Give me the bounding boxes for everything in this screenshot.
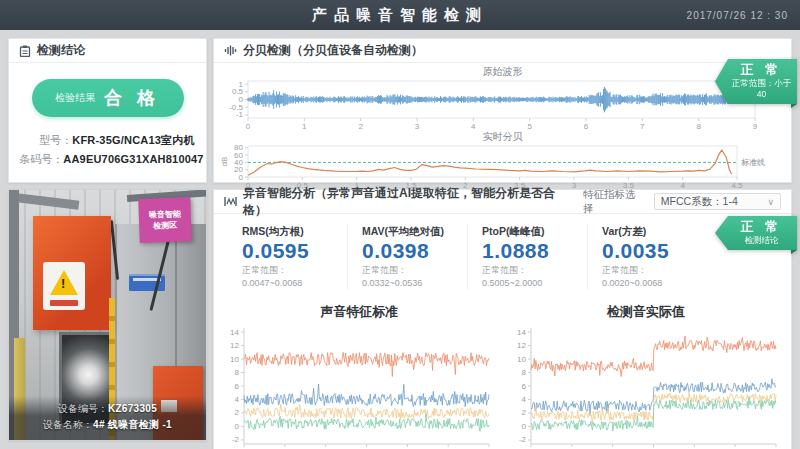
svg-text:0: 0 xyxy=(246,122,251,130)
svg-text:12: 12 xyxy=(230,341,239,350)
analysis-status-text: 正 常 xyxy=(730,219,793,235)
decibel-panel-header: 分贝检测（分贝值设备自动检测） xyxy=(214,39,791,63)
svg-text:2: 2 xyxy=(358,122,363,130)
svg-text:80: 80 xyxy=(234,143,243,152)
mfcc-select-value: MFCC系数：1-4 xyxy=(661,195,738,209)
svg-text:-2: -2 xyxy=(518,435,526,444)
svg-text:14: 14 xyxy=(517,328,526,337)
result-label: 检验结果 xyxy=(55,91,95,105)
svg-text:1: 1 xyxy=(302,122,307,130)
main-content: 检测结论 检验结果 合 格 型号： KFR-35G/NCA13室内机 条码号： … xyxy=(0,30,800,449)
model-field: 型号： KFR-35G/NCA13室内机 xyxy=(9,131,206,150)
machine-photo-panel: 噪音智能 检测区 设备编号：KZ673305 设备名称：4# 线噪音检测 -1 xyxy=(8,189,207,441)
standard-chart: 050100150200250300-202468101214 xyxy=(218,322,499,449)
standard-chart-box: 声音特征标准 050100150200250300-202468101214 xyxy=(218,300,501,449)
sound-analysis-icon xyxy=(224,196,237,207)
decibel-status-badge: 正 常 正常范围：小于40 xyxy=(715,59,797,104)
rms-value: 0.0595 xyxy=(242,238,347,264)
device-info-overlay: 设备编号：KZ673305 设备名称：4# 线噪音检测 -1 xyxy=(9,396,206,440)
var-value: 0.0035 xyxy=(602,238,707,264)
analysis-status-note: 检测结论 xyxy=(730,235,793,246)
svg-text:6: 6 xyxy=(235,382,240,391)
decibel-panel-title: 分贝检测（分贝值设备自动检测） xyxy=(243,42,423,59)
svg-text:2: 2 xyxy=(235,408,240,417)
standard-chart-title: 声音特征标准 xyxy=(218,302,501,322)
realtime-db-chart-title: 实时分贝 xyxy=(218,130,787,143)
svg-text:8: 8 xyxy=(696,122,701,130)
svg-text:0: 0 xyxy=(521,422,526,431)
chevron-down-icon: ∨ xyxy=(767,197,774,207)
conclusion-panel: 检测结论 检验结果 合 格 型号： KFR-35G/NCA13室内机 条码号： … xyxy=(8,38,207,183)
svg-text:0: 0 xyxy=(235,422,240,431)
datetime: 2017/07/26 12 : 30 xyxy=(687,0,788,30)
mfcc-select[interactable]: MFCC系数：1-4 ∨ xyxy=(654,193,781,210)
ptop-value: 1.0888 xyxy=(482,238,587,264)
decibel-status-note: 正常范围：小于40 xyxy=(730,78,793,100)
conclusion-panel-title: 检测结论 xyxy=(37,42,85,59)
mav-value: 0.0398 xyxy=(362,238,467,264)
svg-text:10: 10 xyxy=(517,355,526,364)
top-header: 产品噪音智能检测 2017/07/26 12 : 30 xyxy=(0,0,800,30)
svg-text:5: 5 xyxy=(527,122,532,130)
decibel-status-text: 正 常 xyxy=(730,62,793,78)
svg-text:-1: -1 xyxy=(236,110,244,119)
device-id-row: 设备编号：KZ673305 xyxy=(9,401,206,417)
svg-text:-2: -2 xyxy=(232,435,240,444)
barcode-value: AA9EU706G31XAH810047 xyxy=(63,150,203,169)
analysis-status-badge: 正 常 检测结论 xyxy=(715,216,797,250)
svg-text:12: 12 xyxy=(517,341,526,350)
device-name: 4# 线噪音检测 -1 xyxy=(93,419,172,430)
svg-text:14: 14 xyxy=(230,328,239,337)
analysis-panel-title: 异音智能分析（异常声音通过AI提取特征，智能分析是否合格） xyxy=(243,185,577,219)
metrics-row: RMS(均方根) 0.0595 正常范围：0.0047~0.0068 MAV(平… xyxy=(214,214,791,296)
svg-text:9: 9 xyxy=(753,122,758,130)
svg-text:标准线: 标准线 xyxy=(741,158,765,167)
svg-text:8: 8 xyxy=(235,368,240,377)
barcode-field: 条码号： AA9EU706G31XAH810047 xyxy=(9,150,206,169)
device-name-row: 设备名称：4# 线噪音检测 -1 xyxy=(9,417,206,433)
page-title: 产品噪音智能检测 xyxy=(312,6,488,25)
conclusion-panel-header: 检测结论 xyxy=(9,39,206,63)
clipboard-icon xyxy=(19,45,31,57)
result-value: 合 格 xyxy=(104,86,160,110)
feature-selector-label: 特征指标选择 xyxy=(583,188,646,216)
waveform-chart-title: 原始波形 xyxy=(218,65,787,78)
model-value: KFR-35G/NCA13室内机 xyxy=(72,131,194,150)
volume-icon xyxy=(224,45,237,56)
svg-text:6: 6 xyxy=(521,382,526,391)
svg-text:2: 2 xyxy=(521,408,526,417)
device-id: KZ673305 xyxy=(108,403,157,414)
model-label: 型号： xyxy=(20,131,72,150)
actual-chart-box: 检测音实际值 050100150200250300-202468101214 xyxy=(505,300,788,449)
barcode-label: 条码号： xyxy=(11,150,63,169)
factory-photo: 噪音智能 检测区 设备编号：KZ673305 设备名称：4# 线噪音检测 -1 xyxy=(9,190,206,440)
svg-text:4: 4 xyxy=(235,395,240,404)
svg-text:4: 4 xyxy=(521,395,526,404)
metric-ptop: PtoP(峰峰值) 1.0888 正常范围：0.5005~2.0000 xyxy=(467,224,587,290)
svg-text:4: 4 xyxy=(471,122,476,130)
svg-text:8: 8 xyxy=(521,368,526,377)
svg-text:3: 3 xyxy=(415,122,420,130)
analysis-panel: 异音智能分析（异常声音通过AI提取特征，智能分析是否合格） 特征指标选择 MFC… xyxy=(213,189,792,449)
detection-area-sign: 噪音智能 检测区 xyxy=(138,197,192,243)
actual-chart-title: 检测音实际值 xyxy=(505,302,788,322)
decibel-panel: 分贝检测（分贝值设备自动检测） 原始波形 012345678910.50-0.5… xyxy=(213,38,792,183)
warning-triangle-icon xyxy=(50,270,78,295)
metric-mav: MAV(平均绝对值) 0.0398 正常范围：0.0332~0.0536 xyxy=(347,224,467,290)
orange-enclosure xyxy=(33,216,111,330)
svg-text:10: 10 xyxy=(230,355,239,364)
svg-text:dB: dB xyxy=(220,157,229,167)
svg-text:7: 7 xyxy=(640,122,645,130)
metric-rms: RMS(均方根) 0.0595 正常范围：0.0047~0.0068 xyxy=(228,224,347,290)
waveform-chart: 012345678910.50-0.5-1 xyxy=(218,78,781,130)
actual-chart: 050100150200250300-202468101214 xyxy=(505,322,786,449)
metric-var: Var(方差) 0.0035 正常范围：0.0020~0.0068 xyxy=(587,224,707,290)
result-pill: 检验结果 合 格 xyxy=(32,79,184,117)
svg-text:6: 6 xyxy=(584,122,589,130)
warning-sign xyxy=(43,262,85,310)
analysis-panel-header: 异音智能分析（异常声音通过AI提取特征，智能分析是否合格） 特征指标选择 MFC… xyxy=(214,190,791,214)
realtime-db-chart: 00.511.522.533.544.5020406080dB标准线 xyxy=(218,143,781,189)
